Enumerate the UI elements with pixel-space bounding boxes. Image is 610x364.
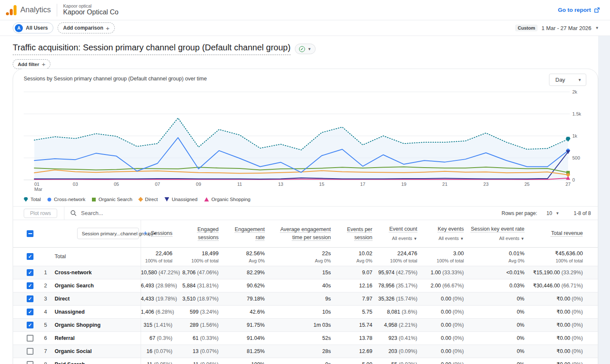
metric-cell: ₹0.00 (0%) <box>530 358 598 364</box>
appbar-divider <box>57 4 57 17</box>
row-checkbox[interactable] <box>27 230 33 237</box>
search-icon <box>70 210 77 216</box>
metric-cell: 100% <box>225 358 271 364</box>
y-tick-label: 0 <box>572 177 575 182</box>
metric-cell: 0s <box>271 358 337 364</box>
metric-cell: 289 (1.56%) <box>178 318 225 331</box>
column-header-engaged-sessions[interactable]: Engaged sessions <box>178 220 225 247</box>
legend-item-cross-network[interactable]: Cross-network <box>47 197 85 202</box>
sessions-line-chart[interactable]: 05001k1.5k2k01Mar03050709111315171921232… <box>24 89 592 192</box>
metric-cell: 11 (0.06%) <box>178 358 225 364</box>
date-type-badge: Custom <box>515 25 538 31</box>
column-header-session-key-event-rate[interactable]: Session key event rateAll events ▼ <box>470 220 530 247</box>
event-scope-select[interactable]: All events ▼ <box>470 235 524 242</box>
go-to-report-label: Go to report <box>558 7 591 13</box>
legend-item-direct[interactable]: Direct <box>139 197 158 202</box>
table-row-unassigned[interactable]: 4Unassigned1,406 (6.28%)599 (3.24%)42.6%… <box>13 305 598 318</box>
plus-icon: + <box>106 25 110 32</box>
legend-item-organic-search[interactable]: Organic Search <box>92 197 132 202</box>
column-header-total-revenue[interactable]: Total revenue <box>530 220 598 247</box>
row-checkbox[interactable] <box>27 253 33 260</box>
legend-item-total[interactable]: Total <box>24 197 41 202</box>
row-checkbox[interactable] <box>27 282 33 289</box>
table-row-organic-social[interactable]: 7Organic Social16 (0.07%)13 (0.07%)81.25… <box>13 345 598 358</box>
table-controls: Plot rows Rows per page: 10 ▼ 1-8 of 8 <box>13 206 598 220</box>
channel-name: Organic Search <box>50 279 141 292</box>
legend-label: Organic Search <box>98 197 132 202</box>
row-checkbox[interactable] <box>27 361 33 364</box>
metric-cell: 5,884 (31.81%) <box>178 279 225 292</box>
total-metric-cell: 224,476100% of total <box>378 247 423 266</box>
metric-cell: 7.97 <box>337 292 378 305</box>
y-tick-label: 500 <box>572 155 580 160</box>
table-row-paid-search[interactable]: 8Paid Search11 (0.05%)11 (0.06%)100%0s5.… <box>13 358 598 364</box>
event-scope-select[interactable]: All events ▼ <box>378 235 417 242</box>
account-switcher[interactable]: Kapoor optical Kapoor Optical Co <box>63 3 119 16</box>
product-name: Analytics <box>20 6 51 14</box>
x-tick-label: 23 <box>483 182 488 187</box>
column-header-event-count[interactable]: Event countAll events ▼ <box>378 220 423 247</box>
search-input[interactable] <box>81 210 208 216</box>
chevron-down-icon: ▼ <box>595 26 599 30</box>
column-header-events-per-session[interactable]: Events per session <box>337 220 378 247</box>
y-tick-label: 1.5k <box>572 111 581 116</box>
plot-rows-button[interactable]: Plot rows <box>24 209 57 218</box>
y-tick-label: 1k <box>572 133 577 138</box>
table-row-referral[interactable]: 6Referral67 (0.3%)61 (0.33%)91.04%52s13.… <box>13 331 598 345</box>
rows-per-page-value[interactable]: 10 <box>546 210 552 216</box>
metric-cell: 90.62% <box>225 279 271 292</box>
row-checkbox[interactable] <box>27 335 33 342</box>
chevron-down-icon: ▼ <box>308 47 311 51</box>
controls-divider <box>64 206 64 220</box>
column-header-engagement-rate[interactable]: Engagement rate <box>225 220 271 247</box>
sort-descending-icon: ↓ <box>147 229 150 237</box>
metric-cell: 11 (0.05%) <box>141 358 178 364</box>
analytics-logo-icon <box>6 5 17 15</box>
metric-cell: 79.18% <box>225 292 271 305</box>
metric-cell: 0.00 (0%) <box>423 345 470 358</box>
column-header-key-events[interactable]: Key eventsAll events ▼ <box>423 220 470 247</box>
metric-cell: ₹15,190.00 (33.29%) <box>530 266 598 279</box>
chevron-down-icon[interactable]: ▼ <box>555 211 559 215</box>
row-checkbox[interactable] <box>27 322 33 328</box>
row-checkbox[interactable] <box>27 295 33 302</box>
property-name: Kapoor Optical Co <box>63 8 119 16</box>
report-status-menu[interactable]: ✓ ▼ <box>295 44 316 54</box>
event-scope-select[interactable]: All events ▼ <box>423 235 464 242</box>
row-number: 2 <box>38 279 50 292</box>
date-range-picker[interactable]: Custom 1 Mar - 27 Mar 2026 ▼ <box>515 25 599 31</box>
metric-cell: 0.00 (0%) <box>423 305 470 318</box>
legend-item-organic-shopping[interactable]: Organic Shopping <box>204 197 250 202</box>
metric-cell: 2.00 (66.67%) <box>423 279 470 292</box>
traffic-table: Session primary...channel group) ▼ +↓Ses… <box>13 220 598 364</box>
total-metric-cell: 10.02Avg 0% <box>337 247 378 266</box>
segment-chip-all-users[interactable]: A All Users <box>13 22 53 33</box>
row-checkbox[interactable] <box>27 309 33 315</box>
add-comparison-button[interactable]: Add comparison + <box>58 22 115 33</box>
dimension-select[interactable]: Session primary...channel group) ▼ <box>77 228 139 239</box>
table-row-cross-network[interactable]: 1Cross-network10,580 (47.22%)8,706 (47.0… <box>13 266 598 279</box>
add-comparison-label: Add comparison <box>63 25 103 31</box>
report-title-row: Traffic acquisition: Session primary cha… <box>13 43 597 55</box>
add-filter-button[interactable]: Add filter + <box>13 59 50 69</box>
table-row-organic-shopping[interactable]: 5Organic Shopping315 (1.41%)289 (1.56%)9… <box>13 318 598 331</box>
channel-name: Paid Search <box>50 358 141 364</box>
external-link-icon <box>594 7 600 13</box>
row-checkbox[interactable] <box>27 348 33 355</box>
legend-item-unassigned[interactable]: Unassigned <box>164 197 197 202</box>
row-checkbox[interactable] <box>27 269 33 276</box>
metric-cell: ₹0.00 (0%) <box>530 305 598 318</box>
go-to-report-link[interactable]: Go to report <box>558 7 600 13</box>
row-number: 8 <box>38 358 50 364</box>
pin-marker-icon <box>24 197 28 202</box>
table-row-organic-search[interactable]: 2Organic Search6,493 (28.98%)5,884 (31.8… <box>13 279 598 292</box>
metric-cell: ₹0.00 (0%) <box>530 345 598 358</box>
legend-label: Direct <box>145 197 158 202</box>
granularity-select[interactable]: Day ▼ <box>549 74 586 86</box>
table-row-direct[interactable]: 3Direct4,433 (19.78%)3,510 (18.97%)79.18… <box>13 292 598 305</box>
metric-cell: 1.00 (33.33%) <box>423 266 470 279</box>
metric-cell: 28s <box>271 345 337 358</box>
metric-cell: 0% <box>470 305 530 318</box>
filters-bar: A All Users Add comparison + Custom 1 Ma… <box>0 20 610 36</box>
column-header-average-engagement-time-per-session[interactable]: Average engagement time per session <box>271 220 337 247</box>
